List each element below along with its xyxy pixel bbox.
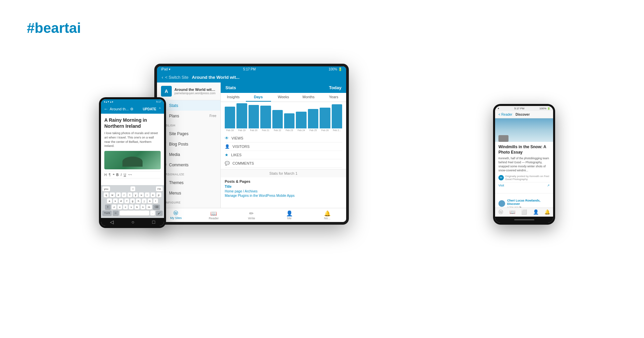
iphone-article1-title: Windmills in the Snow: A Photo Essay bbox=[498, 145, 550, 155]
sidebar-item-plans[interactable]: 📋 Plans Free bbox=[157, 111, 220, 121]
iphone-tab-my-sites[interactable]: Ⓦ bbox=[495, 209, 507, 215]
iphone-me-icon: 👤 bbox=[530, 209, 542, 215]
key-123[interactable]: ?123 bbox=[102, 211, 112, 216]
key-y[interactable]: y bbox=[133, 192, 138, 198]
tab-months[interactable]: Months bbox=[296, 93, 321, 102]
key-emoji[interactable]: ☺ bbox=[113, 211, 119, 216]
key-c[interactable]: c bbox=[123, 205, 128, 210]
key-z[interactable]: z bbox=[112, 205, 116, 210]
key-period[interactable]: . bbox=[150, 211, 155, 216]
key-p[interactable]: p bbox=[156, 192, 161, 198]
key-e[interactable]: e bbox=[116, 192, 121, 198]
key-j[interactable]: j bbox=[142, 199, 147, 204]
posts-col-header: Title bbox=[225, 185, 342, 188]
sidebar-item-comments[interactable]: 💬 Comments bbox=[157, 160, 220, 170]
android-update-button[interactable]: UPDATE bbox=[143, 107, 156, 111]
key-k[interactable]: k bbox=[148, 199, 152, 204]
iphone-tab-reader[interactable]: 📖 bbox=[507, 209, 519, 215]
bar-feb24-label: Feb 24 bbox=[298, 129, 305, 131]
key-h[interactable]: h bbox=[136, 199, 141, 204]
android-back-button[interactable]: ← bbox=[104, 106, 108, 112]
iphone-tab-photo[interactable]: ⬜ bbox=[518, 209, 530, 215]
tab-days[interactable]: Days bbox=[246, 93, 271, 102]
sidebar-item-sharing[interactable]: ⇄ Sharing bbox=[157, 206, 220, 208]
tablet-content: A Around the World with Pam pamelanquyen… bbox=[157, 82, 346, 208]
bar-feb24-bar bbox=[296, 112, 306, 128]
tab-me[interactable]: 👤 Me bbox=[270, 210, 308, 220]
key-i[interactable]: i bbox=[145, 192, 150, 198]
bar-feb22-bar bbox=[272, 110, 283, 128]
iphone-share-icon[interactable]: ↗ bbox=[547, 184, 550, 187]
key-o[interactable]: o bbox=[151, 192, 155, 198]
post-link-plugins[interactable]: Manage Plugins in the WordPress Mobile A… bbox=[225, 194, 342, 198]
key-suggestion-you[interactable]: you bbox=[102, 186, 110, 191]
iphone-hero-image-1 bbox=[495, 118, 553, 142]
posts-section: Posts & Pages Title Home page / Archives… bbox=[221, 177, 346, 200]
sidebar-item-menus[interactable]: ☰ Menus bbox=[157, 188, 220, 198]
key-q[interactable]: q bbox=[104, 192, 108, 198]
key-t[interactable]: t bbox=[127, 192, 132, 198]
key-u[interactable]: u bbox=[139, 192, 144, 198]
android-home-nav[interactable]: ○ bbox=[131, 219, 134, 225]
format-italic[interactable]: I bbox=[121, 173, 122, 177]
stats-chart-area: Feb 18 Feb 19 Feb 20 Feb 21 bbox=[221, 102, 346, 133]
iphone-back-button[interactable]: < Reader bbox=[498, 113, 512, 116]
tablet-back-arrow[interactable]: ‹ bbox=[162, 75, 163, 80]
format-quote[interactable]: ❝ bbox=[113, 173, 114, 177]
sidebar-item-media[interactable]: 🖼 Media bbox=[157, 149, 220, 160]
iphone-source-text: Originally posted by Kenneth on Feel Goo… bbox=[505, 175, 550, 181]
tab-insights[interactable]: Insights bbox=[221, 93, 246, 102]
iphone-tab-notif2[interactable]: 🔔 bbox=[541, 209, 553, 215]
metric-likes-label: LIKES bbox=[231, 153, 241, 157]
key-mic[interactable]: 🎤 bbox=[156, 211, 163, 216]
key-suggestion-i[interactable]: I bbox=[130, 186, 135, 191]
format-bold[interactable]: B bbox=[116, 173, 119, 177]
sidebar-item-stats[interactable]: 📊 Stats bbox=[157, 100, 220, 111]
sidebar-item-blog-posts[interactable]: 📝 Blog Posts bbox=[157, 139, 220, 149]
android-back-nav[interactable]: ◁ bbox=[110, 219, 114, 225]
key-suggestion-im[interactable]: I'm bbox=[156, 186, 163, 191]
key-d[interactable]: d bbox=[119, 199, 123, 204]
key-w[interactable]: w bbox=[110, 192, 115, 198]
iphone-visit-link[interactable]: Visit bbox=[498, 184, 504, 187]
format-underline[interactable]: U bbox=[124, 173, 126, 177]
tab-reader[interactable]: 📖 Reader bbox=[195, 210, 233, 220]
key-x[interactable]: x bbox=[117, 205, 122, 210]
tablet-switch-site-label[interactable]: < Switch Site bbox=[165, 75, 189, 80]
format-para[interactable]: ¶ bbox=[109, 173, 110, 177]
site-avatar: A bbox=[161, 86, 172, 97]
android-format-bar: H ¶ ❝ B I U ~~ bbox=[104, 171, 161, 178]
key-b[interactable]: b bbox=[135, 205, 139, 210]
android-more-icon[interactable]: ⌃ bbox=[158, 107, 161, 111]
tab-years[interactable]: Years bbox=[321, 93, 346, 102]
key-s[interactable]: s bbox=[113, 199, 118, 204]
android-recents-nav[interactable]: □ bbox=[152, 219, 155, 225]
sidebar-blog-posts-label: Blog Posts bbox=[169, 142, 188, 147]
iphone-tab-me2[interactable]: 👤 bbox=[530, 209, 542, 215]
bar-feb20: Feb 20 bbox=[249, 105, 259, 131]
key-m[interactable]: m bbox=[146, 205, 152, 210]
key-a[interactable]: a bbox=[107, 199, 112, 204]
iphone-status-center: 5:17 PM bbox=[514, 107, 524, 110]
iphone-status-right: 100% 🔋 bbox=[539, 107, 550, 110]
android-settings-icon[interactable]: ⚙ bbox=[130, 107, 133, 111]
key-backspace[interactable]: ⌫ bbox=[153, 205, 160, 210]
tab-weeks[interactable]: Weeks bbox=[271, 93, 296, 102]
key-r[interactable]: r bbox=[122, 192, 126, 198]
key-l[interactable]: l bbox=[153, 199, 158, 204]
iphone-user-info: Cheri Lucas Rowlands, Discover a few ago… bbox=[507, 199, 550, 208]
key-space[interactable] bbox=[120, 211, 149, 216]
tab-write[interactable]: ✏ Write bbox=[233, 210, 271, 220]
android-nav-bar: ◁ ○ □ bbox=[101, 218, 164, 226]
tab-notif[interactable]: 🔔 No... bbox=[308, 210, 346, 220]
post-link-homepage[interactable]: Home page / Archives bbox=[225, 189, 342, 193]
key-f[interactable]: f bbox=[124, 199, 129, 204]
key-n[interactable]: n bbox=[141, 205, 145, 210]
key-g[interactable]: g bbox=[130, 199, 135, 204]
key-shift[interactable]: ⇧ bbox=[105, 205, 111, 210]
format-strike[interactable]: ~~ bbox=[128, 173, 132, 177]
sidebar-item-themes[interactable]: 🎨 Themes bbox=[157, 177, 220, 188]
format-heading[interactable]: H bbox=[104, 173, 107, 177]
sidebar-item-site-pages[interactable]: 📄 Site Pages bbox=[157, 128, 220, 139]
key-v[interactable]: v bbox=[129, 205, 133, 210]
